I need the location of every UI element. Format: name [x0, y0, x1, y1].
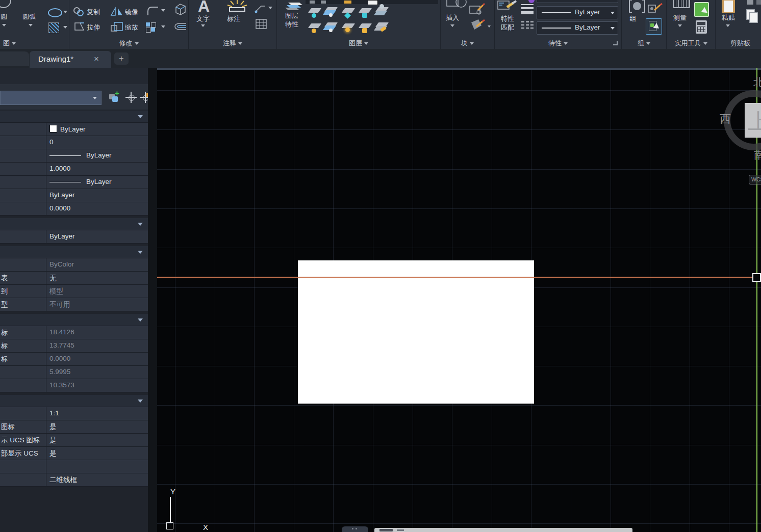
leader-dropdown-arrow-icon[interactable] [268, 7, 272, 9]
offset-icon[interactable] [173, 21, 187, 32]
modify-panel-footer[interactable]: 修改 [69, 39, 188, 48]
paste-dropdown-arrow-icon[interactable] [726, 24, 730, 27]
prop-value[interactable]: 是 [49, 436, 57, 445]
prop-value-linetype[interactable]: ByLayer [49, 151, 112, 159]
layer-on-icon[interactable] [308, 8, 321, 13]
viewcube-south-label[interactable]: 南 [754, 148, 761, 162]
ellipse-dropdown-arrow-icon[interactable] [63, 11, 67, 13]
edit-attribute-icon[interactable] [469, 3, 486, 16]
prop-value[interactable]: 是 [49, 449, 57, 458]
mirror-button[interactable]: 镜像 [125, 8, 138, 17]
circle-button[interactable]: 圆 [1, 12, 7, 21]
properties-panel-footer[interactable]: 特性 [495, 39, 621, 48]
combo-arrow-icon[interactable] [611, 12, 615, 14]
layer-combo-partial[interactable] [306, 0, 438, 4]
dialog-launcher-icon[interactable] [613, 41, 618, 45]
tab-close-icon[interactable]: × [94, 54, 99, 64]
copy-button[interactable]: 复制 [87, 8, 100, 17]
prop-value[interactable]: ByLayer [49, 191, 75, 199]
layer-freeze-icon[interactable] [342, 8, 355, 13]
linetype-icon[interactable] [521, 21, 534, 29]
leader-icon[interactable] [254, 3, 266, 13]
array-dropdown-arrow-icon[interactable] [161, 25, 165, 28]
section-misc[interactable] [0, 395, 148, 407]
quick-select-button[interactable] [140, 91, 148, 104]
text-dropdown-arrow-icon[interactable] [201, 24, 205, 27]
layer-unlock-icon[interactable] [359, 23, 372, 28]
viewcube-north-label[interactable]: 北 [753, 75, 761, 89]
draw-panel-footer[interactable]: 图 [0, 39, 69, 48]
tab-start-partial[interactable] [0, 51, 29, 66]
prop-value[interactable]: 无 [49, 274, 57, 283]
block-panel-footer[interactable]: 块 [441, 39, 494, 48]
viewcube-top-face[interactable]: 上 [745, 103, 761, 138]
section-view[interactable] [0, 314, 148, 326]
drawn-rectangle[interactable] [298, 260, 534, 404]
ellipse-icon[interactable] [48, 8, 62, 17]
arc-button[interactable]: 圆弧 [22, 12, 36, 21]
section-plot-style[interactable] [0, 246, 148, 258]
prop-value[interactable]: ByLayer [49, 232, 75, 240]
prop-value[interactable]: 0 [49, 138, 54, 146]
new-tab-button[interactable]: + [114, 52, 129, 65]
annotate-panel-footer[interactable]: 注释 [189, 39, 276, 48]
prop-value[interactable]: 0.0000 [49, 204, 70, 212]
collapse-arrow-icon [138, 223, 143, 226]
command-line-bar[interactable] [374, 528, 632, 532]
wcs-button[interactable]: WCS [749, 175, 761, 184]
stretch-button[interactable]: 拉伸 [87, 23, 100, 32]
combo-arrow-icon[interactable] [611, 27, 615, 30]
group-edit-icon[interactable] [647, 2, 664, 15]
arc-dropdown-arrow-icon[interactable] [29, 24, 33, 26]
group-panel-footer[interactable]: 组 [622, 39, 666, 48]
hatch-icon[interactable] [48, 22, 59, 33]
lineweight-icon[interactable] [521, 4, 534, 14]
array-icon[interactable] [146, 22, 150, 26]
select-objects-button[interactable] [124, 91, 138, 104]
prop-value-color[interactable]: ByLayer [49, 125, 86, 133]
attribute-manager-icon[interactable] [469, 18, 487, 34]
layer-off-icon[interactable] [308, 23, 321, 28]
group-button[interactable]: 组 [622, 14, 644, 23]
text-button[interactable]: 文字 [190, 14, 216, 23]
command-dock-grip[interactable] [342, 526, 368, 532]
prop-value[interactable]: 二维线框 [49, 475, 77, 485]
prop-value[interactable]: 1:1 [49, 409, 59, 417]
quick-select-icon[interactable] [694, 2, 709, 17]
group-select-toggle[interactable] [646, 18, 662, 35]
drawing-canvas[interactable]: Y X 西 北 上 南 WCS [157, 68, 761, 532]
fillet-dropdown-arrow-icon[interactable] [161, 9, 165, 12]
dimension-button[interactable]: 标注 [220, 14, 247, 23]
prop-value[interactable]: 是 [49, 422, 57, 432]
hatch-dropdown-arrow-icon[interactable] [63, 26, 67, 29]
section-general[interactable] [0, 111, 148, 123]
insert-block-button[interactable]: 插入 [441, 13, 464, 22]
table-icon[interactable] [255, 18, 267, 30]
prop-value[interactable]: 1.0000 [49, 165, 70, 172]
paste-button[interactable]: 粘贴 [716, 13, 741, 22]
color-combo-partial[interactable] [537, 0, 618, 3]
tab-drawing1[interactable]: Drawing1* × [30, 51, 111, 68]
measure-dropdown-arrow-icon[interactable] [678, 24, 682, 27]
box3d-icon[interactable] [173, 2, 187, 16]
lineweight-combo[interactable]: ByLayer [537, 21, 618, 35]
circle-dropdown-arrow-icon[interactable] [2, 24, 6, 26]
scale-button[interactable]: 缩放 [125, 23, 138, 32]
measure-button[interactable]: 测量 [667, 13, 693, 22]
insert-dropdown-arrow-icon[interactable] [450, 24, 454, 27]
linetype-combo[interactable]: ByLayer [537, 6, 618, 19]
object-type-combo[interactable] [0, 91, 102, 105]
layer-lock-icon[interactable] [359, 8, 372, 13]
prop-value-lineweight[interactable]: ByLayer [49, 178, 112, 185]
attribute-dropdown-arrow-icon[interactable] [488, 25, 491, 28]
layers-panel-footer[interactable]: 图层 [277, 39, 440, 48]
toggle-pickadd-button[interactable]: + [108, 91, 121, 104]
cut-icon-partial[interactable] [747, 0, 753, 5]
utilities-panel-footer[interactable]: 实用工具 [667, 39, 715, 48]
fillet-icon[interactable] [146, 5, 159, 16]
section-3d-effects[interactable] [0, 218, 148, 230]
layer-properties-button[interactable]: 图层特性 [278, 11, 306, 29]
viewcube-west-label[interactable]: 西 [720, 112, 731, 127]
calculator-icon[interactable] [696, 20, 707, 34]
match-properties-button[interactable]: 特性匹配 [495, 14, 520, 32]
